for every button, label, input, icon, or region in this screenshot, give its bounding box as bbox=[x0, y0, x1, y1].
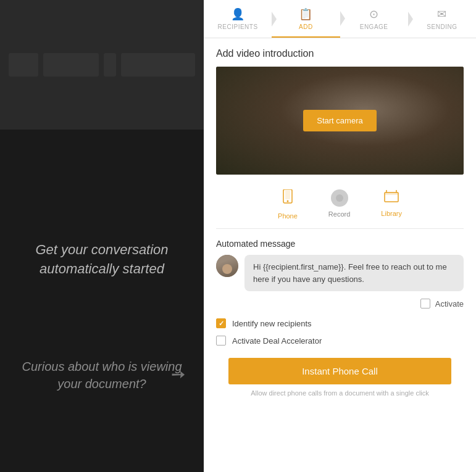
checkboxes-section: Identify new recipients Activate Deal Ac… bbox=[216, 318, 464, 346]
message-row: Hi {{recipient.first_name}}. Feel free t… bbox=[216, 255, 464, 291]
instant-phone-call-button[interactable]: Instant Phone Call bbox=[228, 358, 451, 384]
deal-accelerator-checkbox[interactable] bbox=[216, 336, 226, 346]
wizard-step-add[interactable]: 📋 ADD bbox=[272, 0, 340, 38]
message-bubble: Hi {{recipient.first_name}}. Feel free t… bbox=[244, 255, 464, 291]
record-icon bbox=[331, 189, 348, 207]
sending-label: SENDING bbox=[427, 23, 457, 30]
start-camera-button[interactable]: Start camera bbox=[303, 110, 376, 131]
library-label: Library bbox=[381, 210, 402, 217]
blur-box-1 bbox=[9, 53, 38, 77]
activate-row: Activate bbox=[216, 299, 464, 308]
engage-icon: ⊙ bbox=[369, 7, 379, 21]
left-top-area bbox=[0, 0, 204, 130]
library-control[interactable]: Library bbox=[381, 189, 402, 220]
wizard-step-sending[interactable]: ✉ SENDING bbox=[408, 0, 476, 38]
identify-recipients-label: Identify new recipients bbox=[232, 319, 312, 328]
add-icon: 📋 bbox=[299, 7, 313, 21]
step-arrow bbox=[272, 12, 277, 27]
add-label: ADD bbox=[299, 23, 313, 30]
deal-accelerator-row: Activate Deal Accelerator bbox=[216, 336, 464, 346]
cta-section: Instant Phone Call Allow direct phone ca… bbox=[216, 358, 464, 407]
left-panel: Get your conversation automatically star… bbox=[0, 0, 204, 472]
deal-accelerator-label: Activate Deal Accelerator bbox=[232, 336, 322, 346]
record-label: Record bbox=[328, 210, 350, 218]
svg-rect-4 bbox=[385, 193, 398, 195]
recipients-icon: 👤 bbox=[231, 7, 245, 21]
recipients-label: RECIPIENTS bbox=[218, 23, 258, 30]
main-content: Add video introduction Start camera Phon… bbox=[204, 38, 476, 472]
blur-box-3 bbox=[104, 53, 116, 77]
automated-message-title: Automated message bbox=[216, 239, 464, 249]
blur-box-4 bbox=[121, 53, 195, 77]
library-icon bbox=[384, 189, 399, 206]
step-arrow-3 bbox=[408, 12, 413, 27]
blurred-ui bbox=[9, 53, 195, 77]
section-title: Add video introduction bbox=[216, 48, 464, 59]
phone-label: Phone bbox=[278, 212, 298, 220]
avatar-image bbox=[216, 255, 238, 277]
cta-subtext: Allow direct phone calls from a document… bbox=[216, 389, 464, 397]
left-tagline: Get your conversation automatically star… bbox=[0, 241, 204, 279]
wizard-navigation: 👤 RECIPIENTS 📋 ADD ⊙ ENGAGE ✉ SENDING bbox=[204, 0, 476, 38]
sending-icon: ✉ bbox=[437, 7, 447, 21]
step-arrow-2 bbox=[340, 11, 345, 26]
activate-label: Activate bbox=[435, 299, 464, 308]
activate-checkbox[interactable] bbox=[420, 299, 430, 308]
avatar bbox=[216, 255, 238, 277]
phone-icon bbox=[281, 189, 294, 209]
identify-recipients-checkbox[interactable] bbox=[216, 318, 226, 328]
media-controls: Phone Record Library bbox=[216, 183, 464, 229]
phone-control[interactable]: Phone bbox=[278, 189, 298, 220]
right-panel: 👤 RECIPIENTS 📋 ADD ⊙ ENGAGE ✉ SENDING Ad… bbox=[204, 0, 476, 472]
blur-box-2 bbox=[43, 53, 99, 77]
automated-message-section: Automated message Hi {{recipient.first_n… bbox=[216, 239, 464, 308]
identify-recipients-row: Identify new recipients bbox=[216, 318, 464, 328]
record-control[interactable]: Record bbox=[328, 189, 350, 220]
video-preview: Start camera bbox=[216, 67, 464, 175]
svg-rect-1 bbox=[285, 191, 290, 199]
arrow-icon: ➙ bbox=[171, 364, 185, 384]
engage-label: ENGAGE bbox=[360, 23, 388, 30]
wizard-step-engage[interactable]: ⊙ ENGAGE bbox=[340, 0, 408, 38]
wizard-step-recipients[interactable]: 👤 RECIPIENTS bbox=[204, 0, 272, 38]
svg-point-2 bbox=[286, 201, 288, 202]
